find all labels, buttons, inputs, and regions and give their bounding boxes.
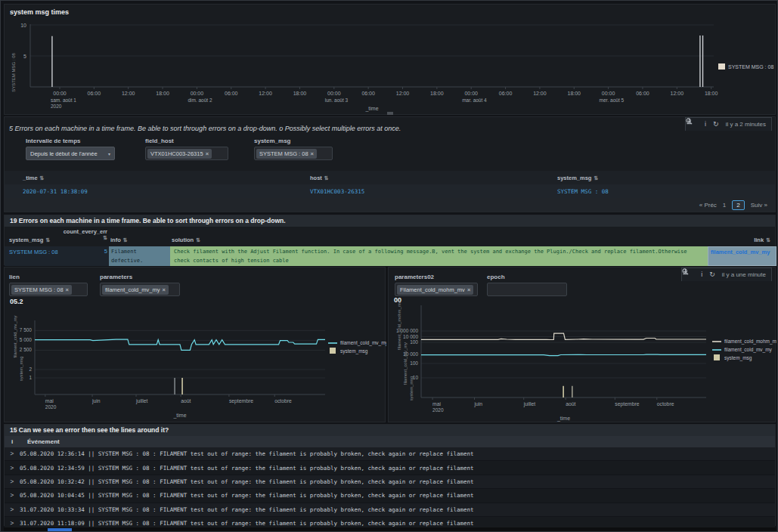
host-chip[interactable]: VTX01HC003-26315 × <box>147 149 212 159</box>
svg-text:mai: mai <box>432 401 441 407</box>
svg-text:octobre: octobre <box>274 398 292 404</box>
svg-text:2 500: 2 500 <box>20 347 33 352</box>
pagination-bar: « Préc 1 2 Suiv » <box>5 198 775 212</box>
filament-mohm-chart[interactable]: 1 000 00010 00010010 00010010mai2020juin… <box>389 268 776 423</box>
col-system-msg[interactable]: system_msg⇅ <box>9 237 50 243</box>
sort-icon: ⇅ <box>594 175 598 181</box>
pagination: « Préc 1 2 Suiv » <box>699 200 767 210</box>
section-error-lines: 15 Can we see an error then see the line… <box>4 424 776 526</box>
svg-text:SYSTEM MSG : 08: SYSTEM MSG : 08 <box>11 53 16 92</box>
next-page-button[interactable]: Suiv » <box>751 202 767 209</box>
expand-chevron-icon[interactable]: > <box>5 465 20 472</box>
panel-chart-05-2: lien SYSTEM MSG : 08 × parameters filame… <box>4 267 386 422</box>
system-msg-chip[interactable]: SYSTEM MSG : 08 × <box>256 149 317 159</box>
section-errors-dropdown: 19 Errors on each machine in a time fram… <box>4 215 776 265</box>
svg-text:18:00: 18:00 <box>430 91 444 96</box>
svg-text:SYSTEM MSG : 08: SYSTEM MSG : 08 <box>728 64 773 70</box>
svg-text:12:00: 12:00 <box>671 91 684 96</box>
table-row: 2020-07-31 18:38:09 VTX01HC003-26315 SYS… <box>5 184 775 199</box>
system-msg-input[interactable]: SYSTEM MSG : 08 × <box>254 147 333 160</box>
page-1-button[interactable]: 1 <box>723 202 726 209</box>
field-host-input[interactable]: VTX01HC003-26315 × <box>145 147 228 160</box>
filament-cold-chart[interactable]: 7 5005 0002 50021mai2020juinjuilletaoûts… <box>5 268 386 423</box>
expand-chevron-icon[interactable]: > <box>5 478 20 485</box>
svg-text:00:00: 00:00 <box>602 91 615 96</box>
svg-text:00:00: 00:00 <box>327 91 341 96</box>
system-msg-label: system_msg <box>254 138 290 144</box>
close-icon[interactable]: × <box>311 150 314 157</box>
col-solution[interactable]: solution⇅ <box>172 237 200 243</box>
svg-text:5 000: 5 000 <box>20 337 33 342</box>
event-row: >05.08.2020 10:04:45 || SYSTEM MSG : 08 … <box>5 489 775 503</box>
col-host[interactable]: host⇅ <box>310 175 329 181</box>
expand-chevron-icon[interactable]: > <box>5 506 20 513</box>
svg-text:juillet: juillet <box>523 401 536 407</box>
expand-chevron-icon[interactable]: > <box>5 450 20 457</box>
svg-text:sam. août 1: sam. août 1 <box>51 97 76 103</box>
svg-text:18:00: 18:00 <box>705 91 718 96</box>
svg-text:septembre: septembre <box>615 401 639 407</box>
sort-icon: ⇅ <box>40 175 45 181</box>
close-icon[interactable]: × <box>206 150 209 157</box>
page-2-button[interactable]: 2 <box>732 200 744 210</box>
svg-text:filament_cold_mv_my: filament_cold_mv_my <box>13 315 17 357</box>
svg-text:5: 5 <box>23 54 26 59</box>
svg-text:juin: juin <box>473 401 482 407</box>
time-range-dropdown[interactable]: Depuis le début de l'année ▾ <box>26 147 115 160</box>
prev-page-button[interactable]: « Préc <box>699 202 717 209</box>
series-filament_cold_mv_my <box>421 354 706 355</box>
chart-legend: SYSTEM MSG : 08 <box>718 63 773 70</box>
svg-text:juillet: juillet <box>135 398 148 404</box>
svg-text:06:00: 06:00 <box>636 91 649 96</box>
row-host-link[interactable]: VTX01HC003-26315 <box>310 188 364 195</box>
svg-text:lun. août 3: lun. août 3 <box>325 97 349 103</box>
event-row: >31.07.2020 10:33:34 || SYSTEM MSG : 08 … <box>5 503 775 517</box>
col-info[interactable]: info⇅ <box>110 237 128 243</box>
event-row: >05.08.2020 12:34:59 || SYSTEM MSG : 08 … <box>5 461 775 475</box>
chart-legend: filament_cold_mohm_mvfilament_cold_mv_my… <box>712 339 776 361</box>
svg-text:filament_cold_mv_my: filament_cold_mv_my <box>403 342 408 385</box>
row-msg-link[interactable]: SYSTEM MSG : 08 <box>557 188 609 195</box>
col-system-msg[interactable]: system_msg⇅ <box>557 175 598 181</box>
expand-chevron-icon[interactable]: > <box>5 492 20 499</box>
svg-text:00:00: 00:00 <box>53 91 67 96</box>
svg-text:filament_cold_mv_my: filament_cold_mv_my <box>724 347 773 353</box>
event-text: 05.08.2020 12:36:14 || SYSTEM MSG : 08 :… <box>20 450 474 457</box>
cell-count[interactable]: 5 <box>51 248 107 255</box>
sort-icon: ⇅ <box>45 237 50 243</box>
col-time[interactable]: _time⇅ <box>23 175 44 181</box>
system-msg-times-chart[interactable]: 10500:00sam. août 1202006:0012:0018:0000… <box>5 5 776 116</box>
table-header-row: _time⇅ host⇅ system_msg⇅ <box>5 171 775 185</box>
event-text: 31.07.2020 11:18:09 || SYSTEM MSG : 08 :… <box>20 520 474 527</box>
svg-text:12:00: 12:00 <box>122 91 135 96</box>
chart-00-plot: 1 000 00010 00010010 00010010mai2020juin… <box>396 302 706 422</box>
event-text: 31.07.2020 10:33:34 || SYSTEM MSG : 08 :… <box>20 506 474 513</box>
svg-text:system_msg: system_msg <box>409 376 414 401</box>
panel-chart-00: i ↻ il y a une minute parameters02 Filam… <box>388 267 776 422</box>
svg-text:_time: _time <box>556 416 570 422</box>
svg-text:06:00: 06:00 <box>225 91 238 96</box>
row-time-link[interactable]: 2020-07-31 18:38:09 <box>23 188 88 195</box>
svg-text:mar. août 4: mar. août 4 <box>462 97 487 103</box>
col-link[interactable]: link⇅ <box>708 237 770 243</box>
svg-text:18:00: 18:00 <box>156 91 169 96</box>
horizontal-scrollbar[interactable] <box>4 527 776 532</box>
svg-text:06:00: 06:00 <box>499 91 513 96</box>
scrollbar-thumb[interactable] <box>48 528 72 531</box>
svg-text:_time: _time <box>172 413 186 419</box>
svg-text:00:00: 00:00 <box>191 91 204 96</box>
svg-text:00:00: 00:00 <box>464 91 478 96</box>
col-event: Événement <box>27 436 60 447</box>
svg-text:mer. août 5: mer. août 5 <box>600 97 625 103</box>
col-count[interactable]: count_every_err ⇅ <box>51 228 107 241</box>
cell-info: Filament defective. <box>109 246 170 266</box>
table-row: SYSTEM MSG : 08 5 Filament defective. Ch… <box>5 246 776 266</box>
cell-link[interactable]: filament_cold_mv_my <box>708 246 776 266</box>
svg-text:system_msg: system_msg <box>340 348 368 354</box>
info-icon[interactable]: i <box>705 121 706 128</box>
panel-system-msg-times: system msg times 10500:00sam. août 12020… <box>4 4 776 115</box>
refresh-icon[interactable]: ↻ <box>713 121 719 128</box>
svg-text:06:00: 06:00 <box>361 91 375 96</box>
svg-text:2020: 2020 <box>432 407 444 413</box>
expand-chevron-icon[interactable]: > <box>5 520 20 527</box>
